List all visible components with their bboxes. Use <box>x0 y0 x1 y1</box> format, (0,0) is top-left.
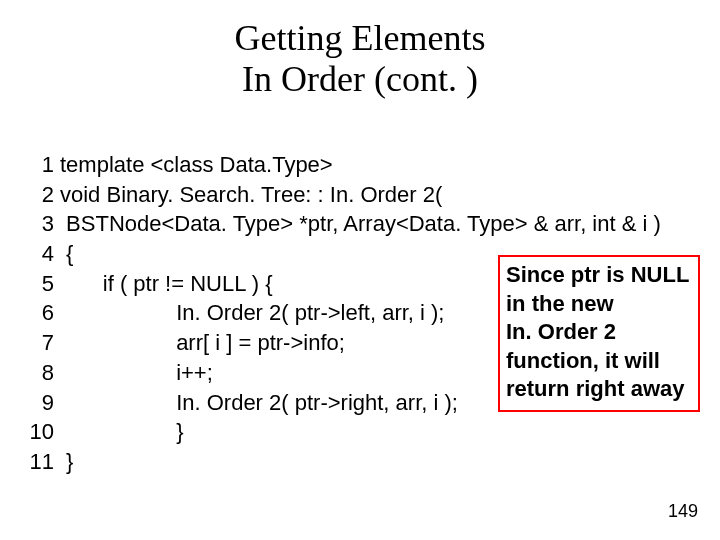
code-text: void Binary. Search. Tree: : In. Order 2… <box>60 182 442 207</box>
slide-title: Getting Elements In Order (cont. ) <box>0 0 720 101</box>
code-line: 1template <class Data.Type> <box>20 150 661 180</box>
callout-line: in the new <box>506 291 614 316</box>
line-number: 2 <box>20 180 54 210</box>
callout-box: Since ptr is NULL in the new In. Order 2… <box>498 255 700 412</box>
line-number: 6 <box>20 298 54 328</box>
line-number: 10 <box>20 417 54 447</box>
line-number: 11 <box>20 447 54 477</box>
code-line: 2void Binary. Search. Tree: : In. Order … <box>20 180 661 210</box>
callout-line: return right away <box>506 376 684 401</box>
callout-line: Since ptr is NULL <box>506 262 689 287</box>
code-line: 10 } <box>20 417 661 447</box>
line-number: 7 <box>20 328 54 358</box>
code-text: } <box>60 449 73 474</box>
code-text: In. Order 2( ptr->right, arr, i ); <box>60 390 458 415</box>
title-line-2: In Order (cont. ) <box>242 59 478 99</box>
code-line: 11 } <box>20 447 661 477</box>
line-number: 8 <box>20 358 54 388</box>
code-text: if ( ptr != NULL ) { <box>60 271 273 296</box>
code-text: In. Order 2( ptr->left, arr, i ); <box>60 300 444 325</box>
line-number: 4 <box>20 239 54 269</box>
slide: Getting Elements In Order (cont. ) 1temp… <box>0 0 720 540</box>
code-text: template <class Data.Type> <box>60 152 333 177</box>
code-text: arr[ i ] = ptr->info; <box>60 330 345 355</box>
code-text: { <box>60 241 73 266</box>
callout-line: In. Order 2 <box>506 319 616 344</box>
title-line-1: Getting Elements <box>235 18 486 58</box>
code-line: 3 BSTNode<Data. Type> *ptr, Array<Data. … <box>20 209 661 239</box>
callout-line: function, it will <box>506 348 660 373</box>
line-number: 5 <box>20 269 54 299</box>
page-number: 149 <box>668 501 698 522</box>
line-number: 9 <box>20 388 54 418</box>
code-text: BSTNode<Data. Type> *ptr, Array<Data. Ty… <box>60 211 661 236</box>
code-text: i++; <box>60 360 213 385</box>
line-number: 1 <box>20 150 54 180</box>
line-number: 3 <box>20 209 54 239</box>
code-text: } <box>60 419 183 444</box>
